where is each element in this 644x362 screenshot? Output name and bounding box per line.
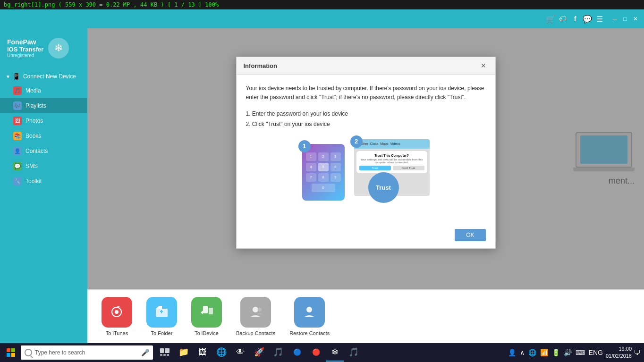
arrow-icon: ▼ <box>6 74 10 79</box>
restore-contacts-icon <box>294 297 325 328</box>
chat-icon[interactable]: 💬 <box>583 15 592 24</box>
pin-key-5: 5 <box>318 163 329 171</box>
folder-icon <box>146 297 177 328</box>
sidebar-item-playlists[interactable]: 🎶 Playlists <box>0 98 87 113</box>
music-app-button[interactable]: 🎵 <box>269 344 287 362</box>
app-name: FonePaw <box>7 38 43 46</box>
wifi-icon[interactable]: 📶 <box>539 348 549 357</box>
close-button[interactable]: ✕ <box>631 15 640 23</box>
keyboard-icon[interactable]: ⌨ <box>575 348 586 357</box>
tag-icon[interactable]: 🏷 <box>558 15 568 23</box>
step1-number: 1 <box>298 140 311 152</box>
titlebar-icons: 🛒 🏷 f 💬 ☰ <box>546 15 604 24</box>
pin-key-3: 3 <box>330 152 341 161</box>
pin-key-7: 7 <box>306 173 316 182</box>
dont-trust-button[interactable]: Don't Trust <box>393 166 424 170</box>
battery-icon[interactable]: 🔋 <box>551 348 561 357</box>
modal-header: Information ✕ <box>237 57 495 75</box>
step2-container: 2 Weather Clock Maps Videos <box>354 139 430 196</box>
app-titlebar: 🛒 🏷 f 💬 ☰ ─ □ ✕ <box>0 9 644 28</box>
cart-icon[interactable]: 🛒 <box>546 15 555 24</box>
window-controls: ─ □ ✕ <box>610 15 640 23</box>
contacts-icon: 👤 <box>13 147 22 155</box>
svg-rect-4 <box>203 306 208 313</box>
svg-rect-13 <box>160 348 164 353</box>
sidebar-item-toolkit[interactable]: 🔧 Toolkit <box>0 174 87 189</box>
app-icon: ❄ <box>48 38 69 59</box>
svg-rect-5 <box>209 308 213 314</box>
volume-icon[interactable]: 🔊 <box>563 348 573 357</box>
svg-rect-15 <box>160 354 162 356</box>
record-app-button[interactable]: 🔴 <box>307 344 325 362</box>
main-inner: ment... Information ✕ Your ios device ne… <box>87 28 644 289</box>
step-1-text: 1. Enter the password on your ios device <box>246 109 486 119</box>
maximize-button[interactable]: □ <box>620 15 630 23</box>
taskbar: Type here to search 🎤 📁 🖼 🌐 👁 🚀 🎵 🔵 🔴 ❄ … <box>0 343 644 362</box>
to-idevice-button[interactable]: To iDevice <box>191 297 222 336</box>
microphone-icon[interactable]: 🎤 <box>141 349 149 356</box>
step-2-text: 2. Click "Trust" on your ios device <box>246 119 486 130</box>
itunes-taskbar-button[interactable]: 🎵 <box>345 344 363 362</box>
person-icon[interactable]: 👤 <box>507 348 517 357</box>
taskview-button[interactable] <box>156 344 174 362</box>
photos-app-button[interactable]: 🖼 <box>194 344 212 362</box>
taskbar-apps: 📁 🖼 🌐 👁 🚀 🎵 🔵 🔴 ❄ 🎵 <box>156 344 363 362</box>
sidebar: FonePaw iOS Transfer Unregistered ❄ ▼ 📱 … <box>0 28 87 343</box>
eye-app-button[interactable]: 👁 <box>231 344 249 362</box>
pin-key-1: 1 <box>306 152 316 161</box>
information-modal: Information ✕ Your ios device needs to b… <box>236 57 496 249</box>
svg-point-6 <box>253 307 258 312</box>
facebook-icon[interactable]: f <box>570 15 580 23</box>
sidebar-item-media[interactable]: 🎵 Media <box>0 83 87 98</box>
sidebar-item-photos[interactable]: 🖼 Photos <box>0 113 87 128</box>
itunes-icon <box>102 297 132 328</box>
network-icon[interactable]: 🌐 <box>527 348 537 357</box>
group-label: Connect New Device <box>23 73 76 80</box>
notification-icon[interactable]: 🗨 <box>634 349 640 356</box>
restore-contacts-label: Restore Contacts <box>289 330 330 336</box>
search-input[interactable]: Type here to search <box>35 349 138 356</box>
chevron-up-icon[interactable]: ∧ <box>519 348 525 357</box>
vpn-app-button[interactable]: 🔵 <box>288 344 306 362</box>
file-explorer-button[interactable]: 📁 <box>175 344 193 362</box>
svg-rect-14 <box>165 348 169 353</box>
titlebar-text: bg_right[1].png ( 559 x 390 = 0.22 MP , … <box>4 1 219 8</box>
device-icon: 📱 <box>12 73 20 80</box>
rocket-app-button[interactable]: 🚀 <box>250 344 268 362</box>
sidebar-item-books[interactable]: 📚 Books <box>0 128 87 143</box>
ok-button[interactable]: OK <box>455 229 485 241</box>
backup-contacts-button[interactable]: Backup Contacts <box>236 297 275 336</box>
fonepaw-taskbar-button[interactable]: ❄ <box>326 344 344 362</box>
media-label: Media <box>25 87 41 94</box>
pin-row-4: 0 <box>312 184 335 192</box>
svg-point-8 <box>306 307 312 312</box>
logo-text: FonePaw iOS Transfer Unregistered <box>7 38 43 58</box>
to-itunes-button[interactable]: To iTunes <box>102 297 132 336</box>
app-window: 🛒 🏷 f 💬 ☰ ─ □ ✕ FonePaw iOS Transfer Unr… <box>0 9 644 343</box>
time: 19:00 <box>606 345 632 353</box>
search-bar[interactable]: Type here to search 🎤 <box>21 345 153 360</box>
pin-key-2: 2 <box>318 152 329 161</box>
trust-overlay: Trust <box>368 172 399 203</box>
date: 01/02/2018 <box>606 353 632 360</box>
to-folder-button[interactable]: To Folder <box>146 297 177 336</box>
menu-icon[interactable]: ☰ <box>595 15 604 24</box>
main-content: ment... Information ✕ Your ios device ne… <box>87 28 644 343</box>
svg-line-2 <box>117 306 119 307</box>
svg-rect-10 <box>11 348 15 352</box>
sidebar-item-sms[interactable]: 💬 SMS <box>0 159 87 174</box>
svg-point-1 <box>115 310 119 314</box>
restore-contacts-button[interactable]: Restore Contacts <box>289 297 330 336</box>
sidebar-item-contacts[interactable]: 👤 Contacts <box>0 143 87 159</box>
app-status: Unregistered <box>7 53 43 58</box>
minimize-button[interactable]: ─ <box>610 15 619 23</box>
modal-close-button[interactable]: ✕ <box>479 61 488 70</box>
pin-key-0: 0 <box>312 184 335 192</box>
trust-button[interactable]: Trust <box>359 166 391 170</box>
pin-row-1: 1 2 3 <box>306 152 341 161</box>
action-buttons: To iTunes To Folder <box>87 289 644 343</box>
start-button[interactable] <box>2 344 20 362</box>
backup-contacts-icon <box>240 297 271 328</box>
chrome-button[interactable]: 🌐 <box>212 344 230 362</box>
sidebar-group-connect[interactable]: ▼ 📱 Connect New Device <box>0 70 87 83</box>
